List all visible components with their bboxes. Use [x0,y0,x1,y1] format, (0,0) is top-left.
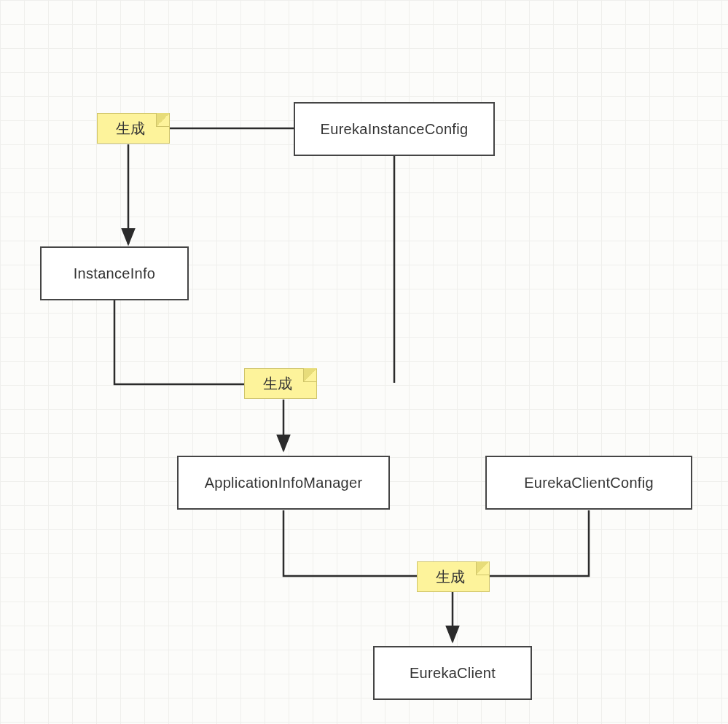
note-generate-3: 生成 [417,561,490,592]
node-application-info-manager[interactable]: ApplicationInfoManager [177,456,390,510]
node-eureka-client-config[interactable]: EurekaClientConfig [485,456,692,510]
node-eureka-instance-config[interactable]: EurekaInstanceConfig [294,102,495,156]
node-instance-info[interactable]: InstanceInfo [40,246,189,300]
node-label: EurekaInstanceConfig [321,121,469,138]
node-label: ApplicationInfoManager [205,475,363,491]
node-label: InstanceInfo [74,265,156,282]
node-label: EurekaClientConfig [524,475,654,491]
note-label: 生成 [263,374,292,394]
node-eureka-client[interactable]: EurekaClient [373,646,532,700]
note-generate-2: 生成 [244,368,317,399]
note-generate-1: 生成 [97,113,170,144]
note-label: 生成 [436,567,465,587]
diagram-canvas: 生成 生成 生成 EurekaInstanceConfig InstanceIn… [0,0,728,724]
note-label: 生成 [116,119,145,139]
node-label: EurekaClient [410,665,496,682]
